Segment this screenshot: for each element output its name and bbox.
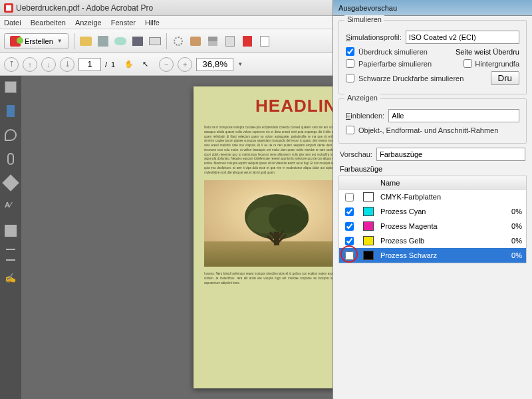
einblenden-label: Einblenden: xyxy=(346,112,384,120)
preview-label: Vorschau: xyxy=(340,150,372,158)
separation-checkbox[interactable] xyxy=(345,222,354,231)
menu-file[interactable]: Datei xyxy=(4,19,21,27)
stamp-icon[interactable] xyxy=(207,35,219,47)
zoom-out-icon[interactable]: − xyxy=(159,57,174,72)
boxes-label: Objekt-, Endformat- und Anschnitt-Rahmen xyxy=(358,126,498,134)
show-group: Anzeigen Einblenden: Einblenden: Alle Ob… xyxy=(338,98,527,144)
color-swatch-icon xyxy=(363,236,374,245)
preview-select[interactable]: Farbauszüge xyxy=(376,148,525,161)
blackink-checkbox[interactable] xyxy=(346,74,354,82)
separation-checkbox[interactable] xyxy=(345,251,354,260)
chevron-down-icon[interactable]: ▼ xyxy=(237,61,243,67)
next-page-icon[interactable]: ↓ xyxy=(41,57,56,72)
output-preview-panel: Ausgabevorschau Simulieren SSimulationsp… xyxy=(332,0,532,399)
separation-name: Prozess Cyan xyxy=(378,207,506,215)
separation-checkbox[interactable] xyxy=(345,237,354,245)
papercolor-checkbox[interactable] xyxy=(346,59,354,68)
simulation-profile-select[interactable]: ISO Coated v2 (ECI) xyxy=(406,31,519,44)
bookmarks-panel-icon[interactable] xyxy=(7,105,15,117)
order-icon[interactable] xyxy=(6,249,15,261)
create-button[interactable]: Erstellen ▼ xyxy=(4,33,68,49)
ink-manager-button[interactable]: Dru xyxy=(491,71,519,85)
blackink-label: Schwarze Druckfarbe simulieren xyxy=(358,74,464,82)
hand-tool-icon[interactable]: ✋ xyxy=(123,59,135,70)
separation-row[interactable]: Prozess Gelb0% xyxy=(339,233,526,248)
page-number-input[interactable] xyxy=(78,58,101,71)
page-sep: / xyxy=(105,61,107,68)
print-icon[interactable] xyxy=(132,35,144,47)
separation-pct: 0% xyxy=(506,251,526,259)
last-page-icon[interactable]: ⤓ xyxy=(60,57,74,72)
simulate-group: Simulieren SSimulationsprofil:imulations… xyxy=(338,20,527,94)
separation-name: Prozess Magenta xyxy=(378,222,506,230)
separation-pct: 0% xyxy=(506,222,526,230)
save-icon[interactable] xyxy=(97,35,109,47)
svg-point-5 xyxy=(269,204,309,233)
separator xyxy=(74,33,74,49)
separations-header: Name xyxy=(339,176,526,190)
separation-checkbox[interactable] xyxy=(345,207,354,216)
color-swatch-icon xyxy=(363,192,374,201)
attachments-icon[interactable] xyxy=(7,153,14,165)
zoom-input[interactable] xyxy=(196,58,233,71)
prev-page-icon[interactable]: ↑ xyxy=(23,57,37,72)
color-swatch-icon xyxy=(363,251,374,260)
paragraph: Iusamo. Nero blandi aufempor reped molup… xyxy=(204,272,349,285)
email-icon[interactable] xyxy=(149,35,161,47)
first-page-icon[interactable]: ⤒ xyxy=(4,57,19,72)
separation-checkbox[interactable] xyxy=(345,193,354,201)
group-label: Simulieren xyxy=(344,15,384,23)
page-shows-overprint-label: Seite weist Überdru xyxy=(456,48,519,56)
separation-row[interactable]: Prozess Cyan0% xyxy=(339,204,526,219)
history-icon[interactable] xyxy=(5,129,17,141)
settings-icon[interactable] xyxy=(172,35,184,47)
export-pdf-icon[interactable] xyxy=(241,35,253,47)
menu-view[interactable]: Anzeige xyxy=(75,19,102,27)
text-effects-icon[interactable]: A⁄ xyxy=(5,201,17,213)
separation-row[interactable]: Prozess Magenta0% xyxy=(339,219,526,233)
boxes-checkbox[interactable] xyxy=(346,126,354,134)
separation-row[interactable]: Prozess Schwarz0% xyxy=(339,248,526,263)
backgroundcolor-checkbox[interactable] xyxy=(464,59,472,68)
separator xyxy=(166,33,167,49)
menu-help[interactable]: Hilfe xyxy=(145,19,160,27)
open-icon[interactable] xyxy=(80,35,92,47)
separation-name: Prozess Gelb xyxy=(378,237,506,245)
page-body: Natot ra in rumquosa molupta cusdae quis… xyxy=(204,126,349,286)
overprint-checkbox[interactable] xyxy=(346,47,354,56)
papercolor-label: Papierfarbe simulieren xyxy=(358,60,432,68)
text-icon[interactable] xyxy=(259,35,271,47)
create-pdf-icon xyxy=(10,36,21,47)
page-image xyxy=(204,180,349,267)
sign-icon[interactable] xyxy=(190,35,201,47)
tags-icon[interactable] xyxy=(5,225,17,237)
pdf-file-icon xyxy=(4,3,13,13)
page-headline: HEADLINE xyxy=(204,96,349,116)
panel-title: Ausgabevorschau xyxy=(333,0,532,16)
signature-panel-icon[interactable]: ✍ xyxy=(5,273,17,285)
zoom-in-icon[interactable]: + xyxy=(178,57,192,72)
chevron-down-icon: ▼ xyxy=(57,38,63,44)
separation-pct: 0% xyxy=(506,207,526,215)
group-label: Anzeigen xyxy=(344,94,380,102)
create-label: Erstellen xyxy=(25,37,53,45)
left-sidebar: A⁄ ✍ xyxy=(0,76,21,399)
page-total: 1 xyxy=(111,61,115,68)
menu-edit[interactable]: Bearbeiten xyxy=(31,19,66,27)
cloud-icon[interactable] xyxy=(114,35,126,47)
simulation-profile-label: SSimulationsprofil:imulationsprofil: xyxy=(346,33,402,41)
scan-icon[interactable] xyxy=(224,35,236,47)
header-name: Name xyxy=(378,179,526,187)
separation-pct: 0% xyxy=(506,237,526,245)
menu-window[interactable]: Fenster xyxy=(111,19,136,27)
einblenden-select[interactable]: Alle xyxy=(388,109,519,122)
color-swatch-icon xyxy=(363,207,374,216)
paragraph: Natot ra in rumquosa molupta cusdae quis… xyxy=(204,126,349,175)
pages-panel-icon[interactable] xyxy=(5,81,17,93)
separation-name: Prozess Schwarz xyxy=(378,251,506,259)
window-title: Ueberdrucken.pdf - Adobe Acrobat Pro xyxy=(16,3,153,13)
layers-icon[interactable] xyxy=(2,174,19,191)
separation-row[interactable]: CMYK-Farbplatten xyxy=(339,190,526,204)
select-tool-icon[interactable]: ↖ xyxy=(139,59,151,70)
separations-list: Name CMYK-FarbplattenProzess Cyan0%Proze… xyxy=(338,176,527,263)
